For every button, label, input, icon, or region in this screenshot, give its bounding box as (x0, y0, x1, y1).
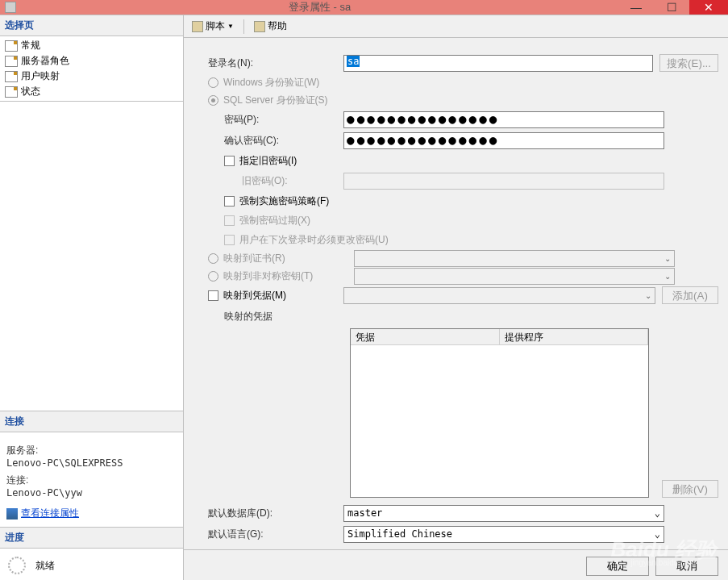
progress-spinner-icon (8, 557, 26, 574)
page-icon (5, 56, 18, 67)
connection-label: 连接: (6, 474, 177, 487)
certificate-combo: ⌄ (354, 250, 675, 267)
sidebar-item-label: 常规 (21, 39, 40, 52)
add-button: 添加(A) (662, 286, 718, 304)
credential-combo: ⌄ (343, 287, 655, 304)
connection-header: 连接 (0, 411, 183, 432)
confirm-password-label: 确认密码(C): (206, 134, 343, 148)
mapped-credentials-label: 映射的凭据 (206, 310, 343, 323)
radio-icon (208, 271, 218, 282)
connection-info: 服务器: Lenovo-PC\SQLEXPRESS 连接: Lenovo-PC\… (0, 432, 183, 528)
page-icon (5, 71, 18, 82)
window-controls: — ☐ ✕ (618, 0, 728, 15)
app-icon (5, 2, 16, 13)
dropdown-arrow-icon: ▼ (227, 23, 234, 30)
progress-section: 就绪 (0, 549, 183, 580)
grid-header: 凭据 提供程序 (351, 329, 648, 345)
search-button: 搜索(E)... (659, 54, 718, 72)
ok-button[interactable]: 确定 (586, 557, 649, 576)
radio-icon (208, 253, 218, 264)
sidebar-item-user-mapping[interactable]: 用户映射 (0, 69, 183, 84)
form-area: 登录名(N): sa 搜索(E)... Windows 身份验证(W) SQL … (184, 38, 728, 549)
password-input[interactable]: ●●●●●●●●●●●●●●● (343, 111, 664, 128)
titlebar[interactable]: 登录属性 - sa — ☐ ✕ (0, 0, 728, 15)
sidebar-item-server-roles[interactable]: 服务器角色 (0, 53, 183, 69)
content-area: 选择页 常规 服务器角色 用户映射 状态 连接 服务器: Lenovo-PC\S… (0, 15, 728, 580)
minimize-button[interactable]: — (618, 0, 654, 15)
script-icon (192, 21, 203, 32)
help-button[interactable]: 帮助 (251, 18, 290, 35)
progress-status: 就绪 (35, 559, 55, 573)
old-password-input (343, 173, 664, 190)
chevron-down-icon: ⌄ (664, 254, 671, 263)
maximize-button[interactable]: ☐ (654, 0, 689, 15)
radio-icon (208, 95, 218, 106)
select-page-header: 选择页 (0, 15, 183, 36)
server-value: Lenovo-PC\SQLEXPRESS (6, 457, 177, 469)
close-button[interactable]: ✕ (689, 0, 728, 15)
dialog-window: 登录属性 - sa — ☐ ✕ 选择页 常规 服务器角色 用户映射 状态 连接 … (0, 0, 728, 580)
map-certificate-radio: 映射到证书(R)⌄ (206, 249, 718, 267)
must-change-check: 用户在下次登录时必须更改密码(U) (206, 230, 718, 249)
page-icon (5, 86, 18, 98)
checkbox-icon (208, 290, 218, 301)
sidebar-item-general[interactable]: 常规 (0, 38, 183, 53)
page-icon (5, 40, 18, 52)
checkbox-icon (224, 196, 235, 207)
grid-col-provider: 提供程序 (500, 329, 649, 344)
server-label: 服务器: (6, 444, 177, 457)
default-language-combo[interactable]: Simplified Chinese⌄ (343, 526, 664, 543)
page-list: 常规 服务器角色 用户映射 状态 (0, 36, 183, 102)
credentials-grid[interactable]: 凭据 提供程序 (350, 328, 649, 498)
sidebar: 选择页 常规 服务器角色 用户映射 状态 连接 服务器: Lenovo-PC\S… (0, 15, 184, 580)
main-panel: 脚本 ▼ 帮助 登录名(N): sa 搜索(E)... Windows 身份验证… (184, 15, 728, 580)
sql-auth-radio: SQL Server 身份验证(S) (206, 91, 718, 109)
chevron-down-icon: ⌄ (655, 528, 660, 540)
enforce-expiration-check: 强制密码过期(X) (206, 211, 718, 230)
chevron-down-icon: ⌄ (664, 272, 671, 281)
windows-auth-radio: Windows 身份验证(W) (206, 73, 718, 91)
help-icon (254, 21, 265, 32)
default-database-label: 默认数据库(D): (206, 507, 343, 520)
login-name-label: 登录名(N): (206, 56, 343, 70)
sidebar-item-label: 状态 (21, 85, 40, 98)
confirm-password-input[interactable]: ●●●●●●●●●●●●●●● (343, 132, 664, 149)
window-title: 登录属性 - sa (21, 0, 618, 15)
connection-value: Lenovo-PC\yyw (6, 487, 177, 499)
help-label: 帮助 (268, 19, 287, 33)
chevron-down-icon: ⌄ (655, 507, 660, 519)
password-label: 密码(P): (206, 113, 343, 127)
grid-col-credential: 凭据 (351, 329, 500, 344)
default-database-combo[interactable]: master⌄ (343, 505, 664, 522)
enforce-policy-check[interactable]: 强制实施密码策略(F) (206, 191, 718, 211)
cancel-button[interactable]: 取消 (655, 557, 718, 576)
separator (243, 19, 244, 34)
sidebar-item-label: 用户映射 (21, 69, 60, 83)
sidebar-filler (0, 102, 183, 411)
sidebar-item-label: 服务器角色 (21, 54, 69, 68)
checkbox-icon (224, 235, 235, 245)
toolbar: 脚本 ▼ 帮助 (184, 15, 728, 38)
sidebar-item-status[interactable]: 状态 (0, 84, 183, 99)
login-name-input[interactable]: sa (343, 55, 653, 72)
properties-icon (6, 508, 18, 519)
script-label: 脚本 (206, 19, 225, 33)
chevron-down-icon: ⌄ (645, 291, 651, 300)
link-text: 查看连接属性 (21, 507, 79, 520)
checkbox-icon (224, 156, 235, 166)
script-button[interactable]: 脚本 ▼ (189, 18, 237, 35)
radio-icon (208, 77, 218, 88)
action-bar: 确定 取消 (184, 549, 728, 580)
old-password-label: 旧密码(O): (206, 174, 343, 188)
checkbox-icon (224, 215, 235, 226)
default-language-label: 默认语言(G): (206, 528, 343, 541)
asymkey-combo: ⌄ (354, 268, 675, 285)
progress-header: 进度 (0, 528, 183, 549)
specify-old-password-check[interactable]: 指定旧密码(I) (206, 151, 718, 170)
remove-button: 删除(V) (662, 480, 718, 498)
view-connection-properties-link[interactable]: 查看连接属性 (6, 507, 177, 520)
map-asymkey-radio: 映射到非对称密钥(T)⌄ (206, 267, 718, 285)
map-credential-check[interactable]: 映射到凭据(M) (206, 289, 343, 303)
